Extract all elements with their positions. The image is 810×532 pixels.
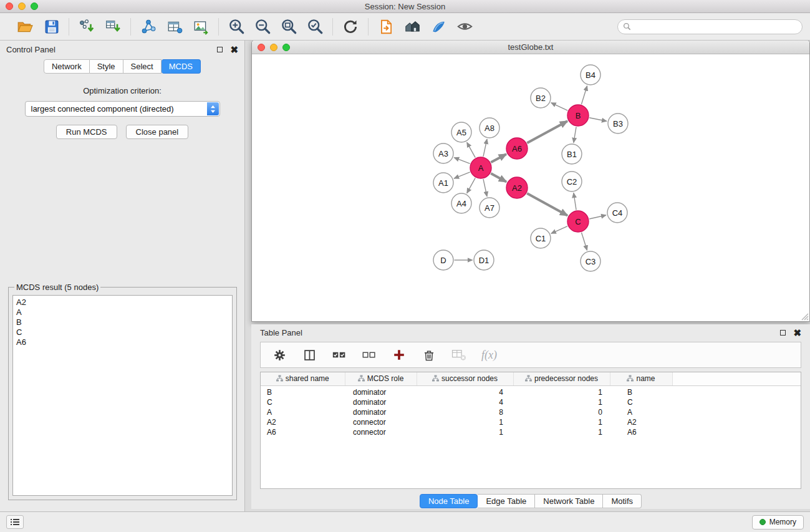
table-cell[interactable]: 4 — [417, 385, 513, 397]
network-minimize-button[interactable] — [270, 44, 277, 51]
table-settings-button[interactable] — [272, 347, 287, 362]
column-header-name[interactable]: name — [610, 372, 672, 385]
tab-style[interactable]: Style — [90, 59, 123, 74]
table-cell[interactable]: A — [261, 407, 345, 417]
graph-edge-A-A5[interactable] — [467, 142, 475, 157]
table-cell[interactable]: A — [610, 407, 672, 417]
table-cell[interactable]: A2 — [261, 417, 345, 427]
graph-edge-C-C2[interactable] — [574, 193, 576, 210]
search-input[interactable] — [634, 22, 797, 31]
import-network-button[interactable] — [77, 17, 96, 36]
graph-edge-A-A8[interactable] — [483, 139, 487, 157]
graph-node-B3[interactable]: B3 — [608, 114, 628, 133]
result-item[interactable]: A2 — [16, 297, 229, 307]
graph-node-A6[interactable]: A6 — [506, 138, 528, 159]
tab-node-table[interactable]: Node Table — [420, 494, 478, 508]
minimize-button[interactable] — [18, 2, 26, 10]
table-cell[interactable]: connector — [345, 427, 417, 437]
graph-edge-B-B4[interactable] — [581, 86, 587, 105]
table-row[interactable]: Cdominator41C — [261, 397, 801, 407]
table-cell[interactable]: A6 — [261, 427, 345, 437]
close-button[interactable] — [6, 2, 13, 10]
table-cell[interactable]: 1 — [513, 397, 610, 407]
refresh-button[interactable] — [341, 17, 360, 36]
table-cell[interactable]: 1 — [417, 427, 513, 437]
tab-network-table[interactable]: Network Table — [535, 494, 603, 508]
graph-edge-A-A2[interactable] — [491, 173, 506, 182]
graph-node-A4[interactable]: A4 — [451, 193, 471, 213]
float-table-panel-icon[interactable] — [780, 330, 786, 336]
open-file-button[interactable] — [16, 17, 34, 36]
graph-node-B2[interactable]: B2 — [531, 88, 551, 108]
graph-edge-C-C3[interactable] — [582, 233, 587, 251]
close-panel-button[interactable]: Close panel — [126, 125, 189, 139]
graph-node-A3[interactable]: A3 — [433, 143, 453, 163]
zoom-in-button[interactable] — [227, 17, 246, 36]
graph-node-B4[interactable]: B4 — [581, 65, 600, 85]
optimization-dropdown[interactable]: largest connected component (directed) — [25, 101, 220, 117]
result-item[interactable]: C — [16, 327, 229, 337]
table-row[interactable]: A6connector11A6 — [261, 427, 801, 437]
table-cell[interactable]: B — [610, 385, 672, 397]
graph-edge-A2-C[interactable] — [527, 193, 567, 216]
table-cell[interactable]: A6 — [610, 427, 672, 437]
table-cell[interactable]: 0 — [513, 407, 610, 417]
table-cell[interactable]: dominator — [345, 397, 417, 407]
graph-edge-A-A3[interactable] — [454, 158, 470, 164]
function-builder-button[interactable]: f(x) — [481, 347, 497, 362]
float-panel-icon[interactable] — [217, 47, 223, 52]
tab-edge-table[interactable]: Edge Table — [478, 494, 535, 508]
graph-node-B[interactable]: B — [567, 105, 589, 126]
close-table-panel-icon[interactable]: ✖ — [793, 330, 801, 336]
select-all-button[interactable] — [332, 347, 347, 362]
column-header-successor-nodes[interactable]: successor nodes — [417, 372, 513, 385]
delete-table-button[interactable] — [451, 347, 466, 362]
table-cell[interactable]: 8 — [417, 407, 513, 417]
table-cell[interactable]: B — [261, 385, 345, 397]
table-cell[interactable]: 1 — [513, 427, 610, 437]
table-row[interactable]: Bdominator41B — [261, 385, 801, 397]
graph-edge-B-B3[interactable] — [589, 118, 607, 122]
result-item[interactable]: A — [16, 307, 229, 317]
graph-edge-A-A1[interactable] — [454, 172, 470, 178]
table-row[interactable]: A2connector11A2 — [261, 417, 801, 427]
table-row[interactable]: Adominator80A — [261, 407, 801, 417]
graph-node-D1[interactable]: D1 — [474, 250, 494, 270]
show-columns-button[interactable] — [302, 347, 317, 362]
network-close-button[interactable] — [258, 44, 265, 51]
graph-node-C4[interactable]: C4 — [607, 203, 627, 223]
export-image-button[interactable] — [191, 17, 210, 36]
network-table-button[interactable] — [165, 17, 184, 36]
first-neighbors-button[interactable] — [403, 17, 422, 36]
panel-list-button[interactable] — [6, 515, 24, 529]
result-item[interactable]: A6 — [16, 337, 229, 347]
zoom-selected-button[interactable] — [306, 17, 324, 36]
table-cell[interactable]: A2 — [610, 417, 672, 427]
delete-row-button[interactable] — [422, 347, 436, 362]
graph-node-A5[interactable]: A5 — [451, 122, 471, 142]
tab-select[interactable]: Select — [123, 59, 162, 74]
network-canvas[interactable]: B4B2BB3A5A8A6B1A3AA1C2A2A4A7C4CC1C3DD1 — [252, 54, 809, 321]
graph-node-A1[interactable]: A1 — [433, 173, 453, 193]
graph-node-C2[interactable]: C2 — [562, 172, 582, 191]
graph-node-B1[interactable]: B1 — [562, 144, 582, 164]
show-hide-button[interactable] — [455, 17, 474, 36]
memory-button[interactable]: Memory — [752, 515, 804, 530]
graph-node-A7[interactable]: A7 — [480, 198, 499, 218]
table-cell[interactable]: connector — [345, 417, 417, 427]
save-button[interactable] — [42, 17, 60, 36]
network-zoom-button[interactable] — [282, 44, 290, 51]
graph-edge-A-A4[interactable] — [467, 178, 475, 193]
add-row-button[interactable] — [392, 347, 407, 362]
import-table-button[interactable] — [104, 17, 122, 36]
graph-node-C[interactable]: C — [567, 211, 589, 232]
tab-network[interactable]: Network — [44, 59, 90, 74]
tab-motifs[interactable]: Motifs — [603, 494, 642, 508]
table-cell[interactable]: 1 — [513, 417, 610, 427]
zoom-out-button[interactable] — [253, 17, 272, 36]
result-item[interactable]: B — [16, 317, 229, 327]
table-cell[interactable]: C — [610, 397, 672, 407]
graph-edge-A6-B[interactable] — [527, 121, 567, 143]
close-panel-icon[interactable]: ✖ — [230, 47, 238, 52]
table-cell[interactable]: dominator — [345, 385, 417, 397]
